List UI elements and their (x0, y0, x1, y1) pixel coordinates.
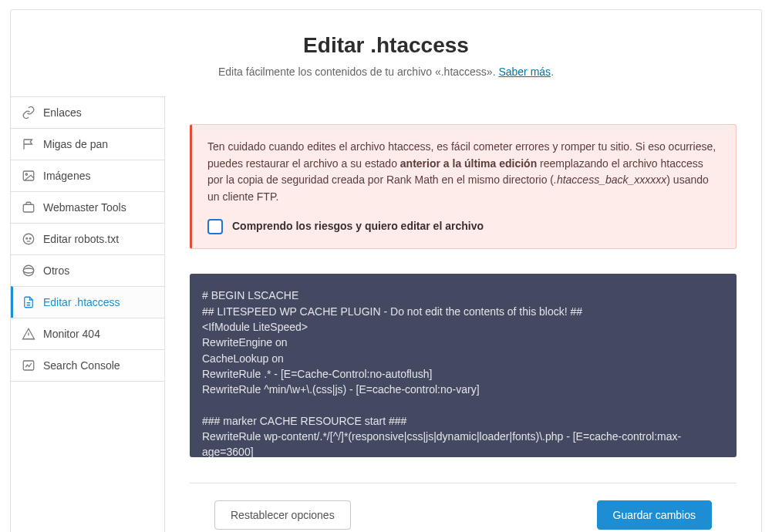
robot-icon (22, 232, 35, 246)
sidebar-item-label: Search Console (43, 359, 120, 372)
chart-icon (22, 359, 35, 372)
sidebar-item-label: Migas de pan (43, 138, 108, 150)
main-content: Ten cuidado cuando edites el archivo hta… (165, 96, 761, 532)
svg-point-4 (26, 237, 28, 239)
flag-icon (22, 137, 35, 151)
sidebar-item-label: Enlaces (43, 106, 82, 119)
page-title: Editar .htaccess (26, 33, 746, 58)
htaccess-editor[interactable] (190, 274, 737, 457)
sidebar-item-enlaces[interactable]: Enlaces (11, 96, 164, 128)
sidebar-item-webmaster[interactable]: Webmaster Tools (11, 191, 164, 223)
sidebar-item-label: Monitor 404 (43, 328, 100, 340)
footer-actions: Restablecer opciones Guardar cambios (190, 483, 737, 532)
svg-rect-0 (23, 171, 34, 180)
svg-point-5 (29, 237, 31, 239)
layers-icon (22, 264, 35, 278)
sidebar-item-imagenes[interactable]: Imágenes (11, 160, 164, 191)
page-subtitle: Edita fácilmente los contenidos de tu ar… (26, 66, 746, 78)
svg-point-3 (23, 234, 34, 244)
warning-alert: Ten cuidado cuando edites el archivo hta… (190, 124, 737, 249)
sidebar-item-htaccess[interactable]: Editar .htaccess (11, 286, 164, 318)
sidebar-item-label: Editar .htaccess (43, 296, 120, 308)
sidebar-item-label: Editar robots.txt (43, 233, 119, 245)
understand-risk-checkbox[interactable] (207, 219, 223, 234)
sidebar-item-searchconsole[interactable]: Search Console (11, 349, 164, 382)
sidebar-item-migas[interactable]: Migas de pan (11, 128, 164, 160)
svg-point-6 (23, 265, 34, 276)
sidebar-item-label: Otros (43, 264, 69, 277)
sidebar-item-label: Imágenes (43, 170, 90, 182)
briefcase-icon (22, 200, 35, 214)
svg-rect-2 (23, 204, 34, 212)
warning-icon (22, 327, 35, 341)
sidebar-item-otros[interactable]: Otros (11, 254, 164, 286)
svg-point-7 (23, 268, 34, 273)
learn-more-link[interactable]: Saber más (498, 66, 551, 78)
file-text-icon (22, 295, 35, 309)
image-icon (22, 169, 35, 183)
sidebar-item-robots[interactable]: Editar robots.txt (11, 223, 164, 254)
sidebar-item-monitor404[interactable]: Monitor 404 (11, 318, 164, 349)
save-button[interactable]: Guardar cambios (597, 500, 712, 530)
page-header: Editar .htaccess Edita fácilmente los co… (11, 10, 761, 96)
sidebar-item-label: Webmaster Tools (43, 201, 126, 214)
link-icon (22, 106, 35, 120)
alert-text: Ten cuidado cuando edites el archivo hta… (207, 139, 720, 206)
understand-risk-label: Comprendo los riesgos y quiero editar el… (232, 218, 484, 235)
svg-point-1 (25, 173, 27, 175)
sidebar: Enlaces Migas de pan Imágenes Webmaster … (11, 96, 165, 532)
reset-button[interactable]: Restablecer opciones (214, 500, 351, 530)
